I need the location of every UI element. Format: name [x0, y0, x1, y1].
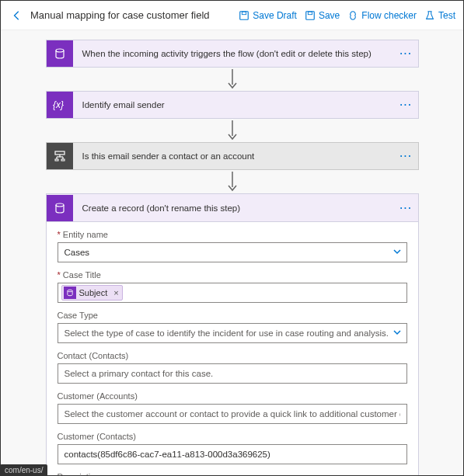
step-trigger[interactable]: When the incoming activity triggers the … [46, 40, 419, 68]
customer-contacts-label: Customer (Contacts) [58, 432, 407, 441]
chevron-down-icon [392, 247, 402, 258]
step-condition-title: Is this email sender a contact or an acc… [73, 151, 395, 161]
contact-placeholder: Select a primary contact for this case. [65, 369, 214, 378]
step-trigger-menu[interactable]: ··· [395, 48, 418, 59]
case-type-placeholder: Select the type of case to identify the … [65, 328, 389, 338]
case-title-input[interactable]: Subject × [58, 283, 407, 303]
svg-point-16 [56, 203, 64, 207]
customer-accounts-placeholder: Select the customer account or contact t… [65, 409, 400, 419]
contact-label: Contact (Contacts) [58, 351, 407, 360]
save-draft-button[interactable]: Save Draft [239, 10, 297, 21]
connector-arrow [46, 68, 419, 91]
save-draft-icon [239, 10, 249, 21]
save-icon [305, 10, 316, 21]
case-type-label: Case Type [58, 311, 407, 320]
svg-text:{x}: {x} [53, 99, 64, 110]
step-identify[interactable]: {x} Identify email sender ··· [46, 91, 419, 119]
customer-contacts-value: contacts(85df6c86-cac7-ea11-a813-000d3a3… [65, 450, 270, 459]
svg-rect-1 [242, 12, 246, 15]
save-button[interactable]: Save [305, 10, 340, 21]
step-condition[interactable]: Is this email sender a contact or an acc… [46, 142, 419, 170]
page-title: Manual mapping for case customer field [30, 9, 210, 21]
status-bar-fragment: com/en-us/ [0, 464, 47, 476]
arrow-left-icon [12, 10, 23, 21]
entity-name-label: Entity name [58, 230, 407, 239]
svg-rect-2 [306, 11, 315, 19]
step-trigger-title: When the incoming activity triggers the … [73, 49, 395, 58]
step-create-title: Create a record (don't rename this step) [73, 203, 395, 213]
flow-checker-button[interactable]: Flow checker [347, 10, 417, 21]
database-icon [47, 40, 73, 67]
customer-contacts-input[interactable]: contacts(85df6c86-cac7-ea11-a813-000d3a3… [58, 444, 407, 464]
step-create-card: Create a record (don't rename this step)… [46, 193, 419, 476]
step-create-header[interactable]: Create a record (don't rename this step)… [47, 194, 418, 222]
save-draft-label: Save Draft [253, 10, 297, 21]
test-label: Test [438, 10, 455, 21]
step-condition-menu[interactable]: ··· [395, 151, 418, 162]
svg-rect-0 [240, 11, 249, 19]
entity-name-value: Cases [65, 248, 90, 257]
variable-icon: {x} [47, 92, 73, 118]
flow-canvas: When the incoming activity triggers the … [1, 30, 463, 476]
flow-checker-icon [347, 10, 358, 21]
subject-token[interactable]: Subject × [61, 285, 123, 301]
connector-arrow [46, 119, 419, 142]
entity-name-select[interactable]: Cases [58, 242, 407, 262]
subject-token-label: Subject [79, 288, 108, 297]
remove-token-icon[interactable]: × [113, 288, 118, 297]
contact-input[interactable]: Select a primary contact for this case. [58, 363, 407, 384]
customer-accounts-input[interactable]: Select the customer account or contact t… [58, 404, 407, 424]
save-label: Save [319, 10, 340, 21]
condition-icon [47, 143, 73, 169]
svg-point-4 [56, 49, 64, 52]
header-bar: Manual mapping for case customer field S… [1, 1, 463, 30]
svg-rect-13 [55, 159, 58, 161]
back-button[interactable] [9, 7, 26, 24]
step-identify-menu[interactable]: ··· [395, 99, 418, 110]
svg-rect-3 [308, 12, 312, 15]
case-type-select[interactable]: Select the type of case to identify the … [58, 323, 407, 343]
svg-point-17 [67, 290, 72, 292]
database-icon [64, 287, 76, 299]
case-title-label: Case Title [58, 270, 407, 280]
svg-rect-8 [55, 151, 65, 155]
customer-accounts-label: Customer (Accounts) [58, 391, 407, 401]
svg-rect-14 [61, 159, 65, 161]
step-create-menu[interactable]: ··· [395, 203, 418, 214]
chevron-down-icon [392, 328, 402, 339]
database-icon [47, 195, 73, 221]
step-identify-title: Identify email sender [73, 100, 395, 109]
flow-checker-label: Flow checker [361, 10, 417, 21]
description-label: Description [58, 472, 407, 476]
connector-arrow [46, 170, 419, 193]
flask-icon [424, 10, 435, 21]
test-button[interactable]: Test [424, 10, 455, 21]
